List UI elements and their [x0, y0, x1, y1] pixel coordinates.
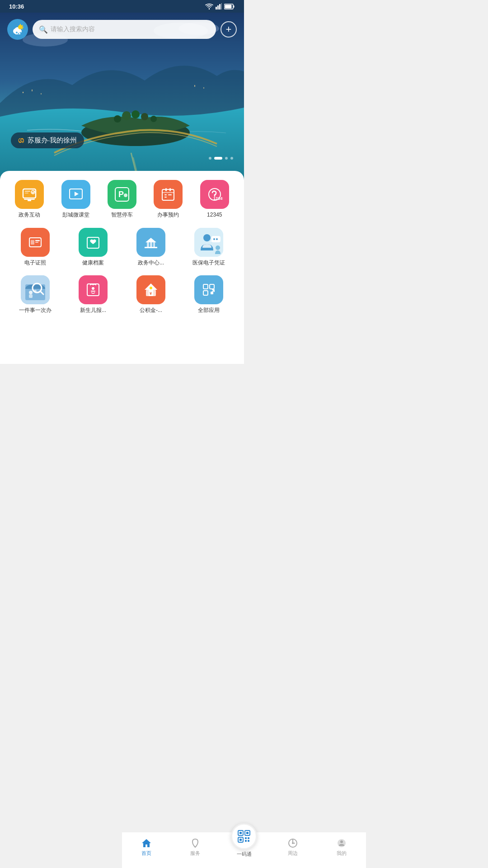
- svg-rect-37: [25, 191, 30, 192]
- svg-rect-63: [153, 242, 155, 247]
- app-medical-insurance[interactable]: 医保电子凭证: [181, 228, 237, 267]
- scroll-area: 政务互动 彭城微课堂 P 智慧停车 办事预约: [7, 180, 237, 364]
- svg-rect-49: [164, 194, 167, 195]
- app-label-12345: 12345: [207, 212, 222, 219]
- app-housing-fund[interactable]: ¥ 公积金-...: [123, 275, 179, 314]
- app-label-pengcheng: 彭城微课堂: [62, 212, 89, 219]
- svg-rect-75: [29, 294, 33, 298]
- svg-point-76: [34, 290, 37, 292]
- svg-point-83: [150, 287, 152, 289]
- app-label-all-apps: 全部应用: [198, 307, 220, 314]
- brand-badge[interactable]: ශ 苏服办·我的徐州: [11, 132, 84, 148]
- svg-rect-85: [203, 284, 208, 289]
- svg-rect-6: [225, 5, 232, 8]
- svg-rect-59: [145, 247, 157, 248]
- app-label-gov-interact: 政务互动: [19, 212, 40, 219]
- app-smart-parking[interactable]: P 智慧停车: [100, 180, 144, 219]
- search-input[interactable]: 🔍 请输入搜索内容: [33, 20, 216, 39]
- app-icon-newborn: [79, 275, 108, 304]
- app-grid-row1: 政务互动 彭城微课堂 P 智慧停车 办事预约: [7, 180, 237, 219]
- svg-point-31: [16, 32, 18, 33]
- svg-marker-60: [145, 238, 156, 242]
- status-icons: [205, 3, 235, 9]
- app-newborn[interactable]: 新生儿报...: [65, 275, 121, 314]
- brand-logo: ශ: [18, 136, 24, 145]
- app-icon-smart-parking: P: [108, 180, 136, 209]
- svg-point-14: [131, 110, 140, 118]
- svg-rect-46: [165, 188, 167, 191]
- app-label-one-thing: 一件事一次办: [19, 307, 52, 314]
- signal-icon: [216, 3, 222, 9]
- weather-button[interactable]: [7, 19, 28, 40]
- svg-point-68: [216, 238, 218, 240]
- hero-section: 🔍 请输入搜索内容 + ශ 苏服办·我的徐州: [0, 13, 244, 184]
- app-pengcheng[interactable]: 彭城微课堂: [53, 180, 98, 219]
- svg-rect-18: [32, 90, 33, 91]
- svg-rect-56: [35, 240, 40, 241]
- app-icon-gov-interact: [15, 180, 44, 209]
- app-gov-interact[interactable]: 政务互动: [7, 180, 52, 219]
- search-placeholder-text: 请输入搜索内容: [51, 25, 95, 33]
- svg-rect-62: [150, 242, 152, 247]
- search-icon: 🔍: [39, 25, 48, 34]
- app-one-thing[interactable]: 一件事一次办: [7, 275, 63, 314]
- svg-rect-47: [169, 188, 171, 191]
- dot-4[interactable]: [230, 157, 233, 160]
- svg-rect-87: [203, 291, 208, 295]
- svg-rect-36: [28, 200, 31, 201]
- dot-1[interactable]: [209, 157, 211, 160]
- dot-3[interactable]: [225, 157, 228, 160]
- app-icon-all-apps: [194, 275, 223, 304]
- svg-point-44: [124, 193, 127, 197]
- svg-text:¥: ¥: [150, 291, 152, 296]
- app-gov-center[interactable]: 政务中心...: [123, 228, 179, 267]
- app-icon-medical-insurance: [194, 228, 223, 257]
- svg-point-69: [216, 245, 220, 250]
- svg-point-78: [92, 287, 94, 290]
- app-12345[interactable]: 12345 12345: [192, 180, 237, 219]
- svg-point-33: [20, 32, 21, 33]
- svg-point-15: [141, 113, 148, 120]
- svg-point-74: [29, 291, 33, 294]
- app-label-medical-insurance: 医保电子凭证: [192, 259, 225, 267]
- app-appointment[interactable]: 办事预约: [146, 180, 190, 219]
- svg-line-28: [22, 25, 23, 26]
- brand-text: 苏服办·我的徐州: [28, 136, 77, 145]
- svg-rect-35: [24, 199, 35, 200]
- dot-2[interactable]: [214, 157, 222, 160]
- app-grid-row2: 电子证照 健康档案 政务中心...: [7, 228, 237, 267]
- svg-point-26: [18, 25, 23, 29]
- svg-rect-79: [91, 291, 95, 292]
- app-health-record[interactable]: 健康档案: [65, 228, 121, 267]
- svg-rect-21: [203, 87, 204, 89]
- svg-point-65: [203, 234, 211, 241]
- svg-point-12: [114, 115, 121, 123]
- svg-rect-86: [210, 284, 214, 289]
- add-button[interactable]: +: [221, 21, 237, 38]
- svg-marker-41: [75, 192, 79, 196]
- svg-rect-19: [41, 93, 42, 94]
- app-icon-appointment: [154, 180, 183, 209]
- svg-rect-3: [221, 3, 222, 9]
- app-icon-e-license: [21, 228, 50, 257]
- app-all-apps[interactable]: 全部应用: [181, 275, 237, 314]
- app-label-housing-fund: 公积金-...: [140, 307, 162, 314]
- svg-point-16: [150, 116, 157, 122]
- svg-point-67: [213, 238, 215, 240]
- app-grid-row3: 一件事一次办 新生儿报... ¥ 公积金-...: [7, 275, 237, 314]
- svg-rect-5: [234, 5, 235, 8]
- svg-text:12345: 12345: [213, 196, 223, 201]
- search-bar-wrapper: 🔍 请输入搜索内容 +: [0, 19, 244, 40]
- app-label-appointment: 办事预约: [157, 212, 179, 219]
- carousel-dots: [209, 157, 233, 160]
- app-label-health-record: 健康档案: [82, 259, 104, 267]
- status-bar: 10:36: [0, 0, 244, 13]
- app-label-newborn: 新生儿报...: [80, 307, 106, 314]
- svg-rect-20: [194, 85, 195, 87]
- svg-text:P: P: [118, 190, 124, 199]
- app-e-license[interactable]: 电子证照: [7, 228, 63, 267]
- svg-rect-0: [216, 7, 217, 9]
- app-icon-pengcheng: [61, 180, 90, 209]
- svg-rect-50: [168, 194, 172, 195]
- weather-icon: [10, 22, 25, 37]
